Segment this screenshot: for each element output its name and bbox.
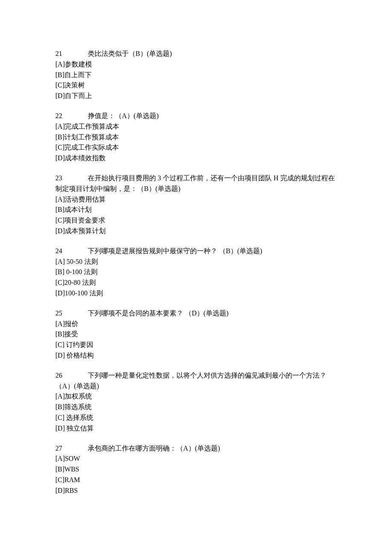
question-stem: 27承包商的工作在哪方面明确：（A）(单选题) <box>55 443 337 454</box>
option-b: [B] 0-100 法则 <box>55 267 337 278</box>
option-a: [A]SOW <box>55 454 337 464</box>
question-26: 26下列哪一种是量化定性数据，以将个人对供方选择的偏见减到最小的一个方法？ （A… <box>55 370 337 434</box>
question-number: 23 <box>55 173 88 184</box>
question-stem: 23在开始执行项目费用的 3 个过程工作前，还有一个由项目团队 H 完成的规划过… <box>55 173 337 194</box>
question-stem: 25下列哪项不是合同的基本要素？ （D）(单选题) <box>55 308 337 319</box>
option-a: [A]完成工作预算成本 <box>55 121 337 132</box>
question-number: 24 <box>55 246 88 257</box>
option-d: [D] 价格结构 <box>55 350 337 361</box>
question-text: 下列哪项是进展报告规则中最保守的一种？ （B）(单选题) <box>88 247 262 254</box>
option-c: [C]20-80 法则 <box>55 278 337 288</box>
option-d: [D]RBS <box>55 486 337 496</box>
option-b: [B]接受 <box>55 329 337 340</box>
option-d: [D]成本绩效指数 <box>55 153 337 164</box>
option-d: [D]100-100 法则 <box>55 288 337 299</box>
question-number: 21 <box>55 49 88 59</box>
question-text: 类比法类似于（B）(单选题) <box>88 50 172 57</box>
option-a: [A] 50-50 法则 <box>55 257 337 267</box>
question-stem: 26下列哪一种是量化定性数据，以将个人对供方选择的偏见减到最小的一个方法？ （A… <box>55 370 337 392</box>
question-number: 22 <box>55 111 88 121</box>
question-text: 在开始执行项目费用的 3 个过程工作前，还有一个由项目团队 H 完成的规划过程在… <box>55 174 335 192</box>
option-c: [C] 选择系统 <box>55 413 337 423</box>
question-stem: 24下列哪项是进展报告规则中最保守的一种？ （B）(单选题) <box>55 246 337 257</box>
question-number: 25 <box>55 308 88 319</box>
question-text: 挣值是：（A）(单选题) <box>88 112 159 119</box>
option-a: [A]加权系统 <box>55 391 337 402</box>
option-d: [D]成本预算计划 <box>55 226 337 237</box>
question-number: 26 <box>55 370 88 381</box>
option-c: [C] 订约要因 <box>55 340 337 350</box>
option-c: [C]RAM <box>55 475 337 486</box>
question-21: 21类比法类似于（B）(单选题) [A]参数建模 [B]自上而下 [C]决策树 … <box>55 49 337 101</box>
option-b: [B]筛选系统 <box>55 402 337 413</box>
question-23: 23在开始执行项目费用的 3 个过程工作前，还有一个由项目团队 H 完成的规划过… <box>55 173 337 237</box>
option-b: [B]WBS <box>55 464 337 475</box>
option-c: [C]完成工作实际成本 <box>55 142 337 153</box>
option-c: [C]决策树 <box>55 80 337 91</box>
question-number: 27 <box>55 443 88 454</box>
option-a: [A]报价 <box>55 319 337 330</box>
option-a: [A]参数建模 <box>55 59 337 70</box>
question-24: 24下列哪项是进展报告规则中最保守的一种？ （B）(单选题) [A] 50-50… <box>55 246 337 299</box>
option-c: [C]项目资金要求 <box>55 215 337 226</box>
question-text: 承包商的工作在哪方面明确：（A）(单选题) <box>88 445 220 452</box>
option-d: [D] 独立估算 <box>55 423 337 434</box>
option-d: [D]自下而上 <box>55 91 337 101</box>
question-stem: 21类比法类似于（B）(单选题) <box>55 49 337 59</box>
question-text: 下列哪一种是量化定性数据，以将个人对供方选择的偏见减到最小的一个方法？ （A）(… <box>55 372 326 390</box>
option-b: [B]计划工作预算成本 <box>55 132 337 143</box>
question-stem: 22挣值是：（A）(单选题) <box>55 111 337 121</box>
option-b: [B]成本计划 <box>55 205 337 215</box>
question-text: 下列哪项不是合同的基本要素？ （D）(单选题) <box>88 309 228 317</box>
question-27: 27承包商的工作在哪方面明确：（A）(单选题) [A]SOW [B]WBS [C… <box>55 443 337 496</box>
question-22: 22挣值是：（A）(单选题) [A]完成工作预算成本 [B]计划工作预算成本 [… <box>55 111 337 164</box>
option-a: [A]活动费用估算 <box>55 194 337 205</box>
question-25: 25下列哪项不是合同的基本要素？ （D）(单选题) [A]报价 [B]接受 [C… <box>55 308 337 361</box>
option-b: [B]自上而下 <box>55 70 337 81</box>
document-page: 21类比法类似于（B）(单选题) [A]参数建模 [B]自上而下 [C]决策树 … <box>0 0 392 555</box>
